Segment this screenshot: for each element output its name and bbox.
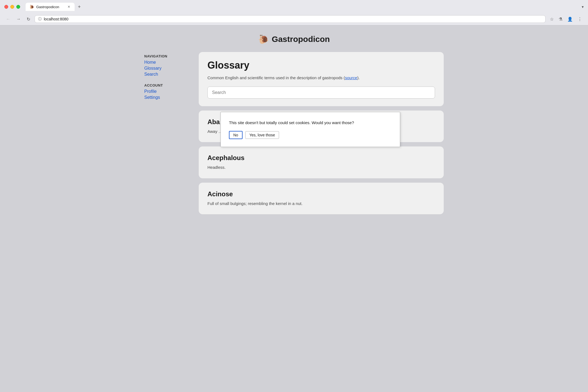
- browser-toolbar: ← → ↻ ⓘ ☆ ⚗ 👤 ⋮: [0, 14, 588, 25]
- term-desc-acephalous: Headless.: [207, 164, 435, 171]
- glossary-title: Glossary: [207, 60, 435, 71]
- sidebar-item-profile[interactable]: Profile: [144, 89, 188, 94]
- term-title-acephalous: Acephalous: [207, 154, 435, 162]
- traffic-lights: [4, 5, 20, 9]
- address-bar[interactable]: [44, 17, 542, 21]
- term-title-acinose: Acinose: [207, 190, 435, 198]
- experiment-button[interactable]: ⚗: [557, 16, 564, 23]
- term-desc-acinose: Full of small bulgings; resembling the k…: [207, 201, 435, 207]
- term-card-acinose: Acinose Full of small bulgings; resembli…: [199, 183, 444, 215]
- sidebar-nav-section: NAVIGATION Home Glossary Search: [144, 54, 188, 77]
- active-tab[interactable]: 🐌 Gastropodicon ✕: [26, 3, 75, 11]
- sidebar-item-home[interactable]: Home: [144, 60, 188, 65]
- cookie-dialog: This site doesn't but totally could set …: [220, 112, 400, 147]
- sidebar: NAVIGATION Home Glossary Search ACCOUNT …: [144, 52, 188, 214]
- address-info-icon[interactable]: ⓘ: [38, 17, 42, 22]
- traffic-light-close[interactable]: [4, 5, 8, 9]
- glossary-description: Common English and scientific terms used…: [207, 75, 435, 81]
- sidebar-nav-label: NAVIGATION: [144, 54, 188, 58]
- profile-button[interactable]: 👤: [566, 16, 574, 23]
- traffic-light-maximize[interactable]: [16, 5, 20, 9]
- page-layout: NAVIGATION Home Glossary Search ACCOUNT …: [144, 52, 444, 214]
- main-content: Glossary Common English and scientific t…: [199, 52, 444, 214]
- cookie-no-button[interactable]: No: [229, 131, 243, 139]
- sidebar-account-section: ACCOUNT Profile Settings: [144, 83, 188, 100]
- tab-favicon: 🐌: [29, 5, 34, 9]
- cookie-yes-button[interactable]: Yes, love those: [245, 131, 279, 139]
- tab-dropdown-button[interactable]: ▾: [582, 5, 584, 9]
- menu-button[interactable]: ⋮: [576, 16, 584, 23]
- tab-title: Gastropodicon: [36, 5, 65, 9]
- sidebar-account-label: ACCOUNT: [144, 83, 188, 87]
- refresh-button[interactable]: ↻: [25, 16, 32, 23]
- glossary-desc-after: ).: [357, 75, 360, 80]
- cookie-dialog-overlay: This site doesn't but totally could set …: [220, 112, 400, 147]
- site-logo: 🐌: [258, 34, 269, 44]
- page-wrapper: 🐌 Gastropodicon NAVIGATION Home Glossary…: [0, 25, 588, 390]
- term-card-acephalous: Acephalous Headless.: [199, 146, 444, 178]
- bookmark-button[interactable]: ☆: [548, 16, 555, 23]
- search-input[interactable]: [207, 87, 435, 99]
- back-button[interactable]: ←: [4, 16, 12, 23]
- traffic-light-minimize[interactable]: [10, 5, 14, 9]
- site-header: 🐌 Gastropodicon: [258, 34, 330, 44]
- sidebar-item-glossary[interactable]: Glossary: [144, 66, 188, 71]
- cookie-buttons: No Yes, love those: [229, 131, 392, 139]
- address-bar-container: ⓘ: [35, 15, 546, 23]
- sidebar-item-settings[interactable]: Settings: [144, 95, 188, 100]
- sidebar-item-search[interactable]: Search: [144, 72, 188, 77]
- glossary-source-link[interactable]: source: [345, 75, 357, 80]
- new-tab-button[interactable]: +: [76, 3, 83, 11]
- cookie-message: This site doesn't but totally could set …: [229, 120, 392, 125]
- glossary-header-card: Glossary Common English and scientific t…: [199, 52, 444, 106]
- tab-bar: 🐌 Gastropodicon ✕ +: [26, 3, 578, 11]
- forward-button[interactable]: →: [15, 16, 22, 23]
- tab-close-button[interactable]: ✕: [67, 4, 71, 9]
- browser-chrome: 🐌 Gastropodicon ✕ + ▾ ← → ↻ ⓘ ☆ ⚗ 👤 ⋮: [0, 0, 588, 25]
- glossary-desc-before: Common English and scientific terms used…: [207, 75, 345, 80]
- toolbar-actions: ☆ ⚗ 👤 ⋮: [548, 16, 584, 23]
- browser-titlebar: 🐌 Gastropodicon ✕ + ▾: [0, 0, 588, 14]
- site-title: Gastropodicon: [272, 35, 330, 44]
